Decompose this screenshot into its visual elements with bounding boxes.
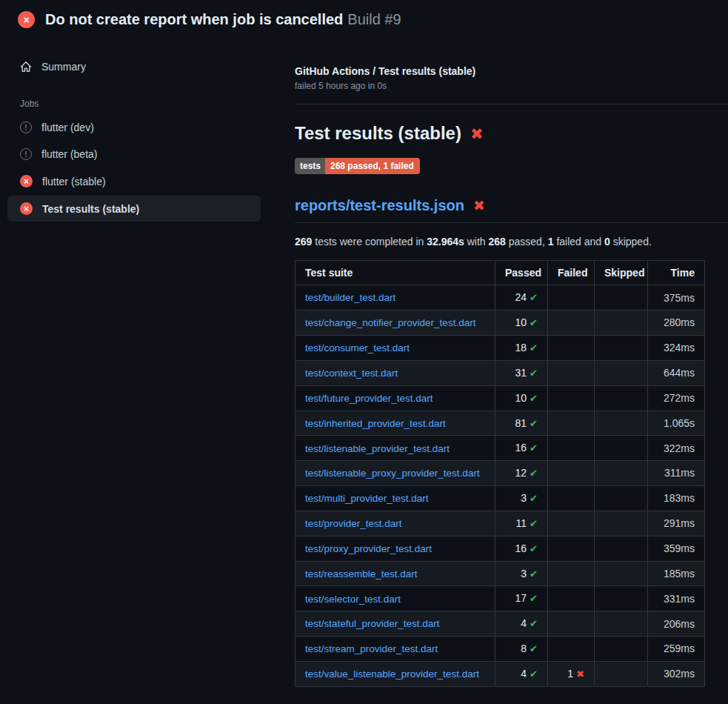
suite-link[interactable]: test/builder_test.dart — [305, 292, 395, 303]
suite-link[interactable]: test/listenable_proxy_provider_test.dart — [305, 468, 480, 479]
check-icon: ✔ — [530, 493, 538, 504]
time-cell: 359ms — [648, 536, 705, 561]
failed-cell — [548, 285, 595, 311]
failed-cell — [548, 335, 595, 360]
suite-link[interactable]: test/context_test.dart — [305, 368, 398, 379]
section-heading: Test results (stable) ✖ — [295, 123, 728, 144]
count-value: 4 — [521, 668, 527, 680]
time-cell: 322ms — [648, 436, 705, 461]
suite-cell: test/builder_test.dart — [295, 285, 495, 311]
suite-cell: test/provider_test.dart — [295, 511, 495, 536]
check-icon: ✔ — [530, 568, 538, 580]
summary-number: 268 — [489, 236, 506, 248]
passed-cell: 18✔ — [495, 335, 548, 360]
suite-link[interactable]: test/inherited_provider_test.dart — [305, 418, 446, 429]
passed-cell: 3✔ — [495, 561, 548, 586]
failed-x-circle-icon: × — [18, 11, 35, 28]
suite-link[interactable]: test/multi_provider_test.dart — [305, 493, 429, 504]
sidebar-item-flutter-beta-[interactable]: !flutter (beta) — [7, 142, 261, 167]
time-cell: 644ms — [648, 360, 705, 385]
home-icon — [20, 61, 32, 73]
page-title: Do not create report when job is cancell… — [45, 11, 343, 27]
suite-link[interactable]: test/stateful_provider_test.dart — [305, 618, 440, 629]
skipped-cell — [595, 385, 648, 411]
failed-cell — [548, 385, 595, 411]
passed-cell: 10✔ — [495, 311, 548, 336]
test-results-table: Test suite Passed Failed Skipped Time te… — [295, 260, 705, 687]
count-value: 3 — [521, 492, 527, 504]
skipped-cell — [595, 411, 648, 436]
col-skipped: Skipped — [595, 261, 648, 285]
check-icon: ✔ — [530, 643, 538, 654]
exclamation-circle-icon: ! — [20, 122, 32, 133]
passed-cell: 16✔ — [495, 436, 548, 461]
sidebar-item-flutter-dev-[interactable]: !flutter (dev) — [7, 115, 261, 140]
suite-cell: test/future_provider_test.dart — [295, 385, 495, 411]
suite-link[interactable]: test/change_notifier_provider_test.dart — [305, 317, 475, 328]
run-header-bar: × Do not create report when job is cance… — [0, 0, 728, 39]
failed-x-icon: ✖ — [473, 199, 485, 213]
suite-link[interactable]: test/proxy_provider_test.dart — [305, 543, 432, 554]
report-file-link[interactable]: reports/test-results.json — [295, 197, 464, 214]
suite-link[interactable]: test/provider_test.dart — [305, 518, 402, 529]
suite-link[interactable]: test/value_listenable_provider_test.dart — [305, 668, 479, 680]
check-icon: ✔ — [530, 442, 538, 454]
count-value: 1 — [567, 668, 573, 680]
suite-link[interactable]: test/stream_provider_test.dart — [305, 643, 438, 654]
suite-cell: test/value_listenable_provider_test.dart — [295, 661, 495, 686]
check-icon: ✔ — [530, 543, 538, 554]
failed-cell — [548, 586, 595, 611]
sidebar-summary-label: Summary — [41, 61, 86, 73]
x-circle-icon: × — [20, 175, 33, 187]
count-value: 8 — [521, 642, 527, 654]
table-row: test/future_provider_test.dart10✔272ms — [295, 385, 705, 411]
passed-cell: 4✔ — [495, 661, 548, 686]
check-icon: ✔ — [530, 317, 538, 328]
count-value: 31 — [515, 367, 527, 379]
table-row: test/inherited_provider_test.dart81✔1.06… — [295, 411, 705, 436]
suite-link[interactable]: test/listenable_provider_test.dart — [305, 443, 450, 454]
suite-cell: test/proxy_provider_test.dart — [295, 536, 495, 561]
time-cell: 183ms — [648, 486, 705, 511]
suite-link[interactable]: test/consumer_test.dart — [305, 342, 410, 353]
skipped-cell — [595, 637, 648, 662]
table-row: test/listenable_proxy_provider_test.dart… — [295, 461, 705, 486]
passed-cell: 12✔ — [495, 461, 548, 486]
check-icon: ✔ — [530, 393, 538, 404]
badge-label: tests — [295, 158, 325, 174]
sidebar: Summary Jobs !flutter (dev)!flutter (bet… — [0, 39, 295, 223]
tests-status-badge: tests 268 passed, 1 failed — [295, 158, 420, 174]
passed-cell: 17✔ — [495, 586, 548, 611]
suite-link[interactable]: test/future_provider_test.dart — [305, 393, 433, 404]
sidebar-item-test-results-stable-[interactable]: ×Test results (stable) — [7, 196, 261, 222]
time-cell: 324ms — [648, 335, 705, 360]
skipped-cell — [595, 360, 648, 385]
suite-cell: test/consumer_test.dart — [295, 335, 495, 360]
summary-text: tests were completed in — [312, 236, 427, 248]
failed-cell — [548, 436, 595, 461]
skipped-cell — [595, 311, 648, 336]
skipped-cell — [595, 436, 648, 461]
x-circle-icon: × — [20, 202, 33, 215]
failed-cell: 1✖ — [548, 661, 595, 686]
jobs-section-label: Jobs — [20, 99, 261, 109]
suite-link[interactable]: test/selector_test.dart — [305, 594, 401, 605]
suite-cell: test/inherited_provider_test.dart — [295, 411, 495, 436]
sidebar-item-summary[interactable]: Summary — [7, 55, 261, 79]
skipped-cell — [595, 461, 648, 486]
sidebar-item-label: flutter (dev) — [41, 122, 94, 133]
col-failed: Failed — [548, 261, 595, 285]
passed-cell: 4✔ — [495, 611, 548, 637]
time-cell: 206ms — [648, 611, 705, 637]
suite-cell: test/listenable_proxy_provider_test.dart — [295, 461, 495, 486]
table-row: test/reassemble_test.dart3✔185ms — [295, 561, 705, 586]
suite-link[interactable]: test/reassemble_test.dart — [305, 568, 418, 580]
summary-text: with — [464, 236, 489, 248]
check-icon: ✔ — [530, 292, 538, 303]
col-test-suite: Test suite — [295, 261, 495, 285]
passed-cell: 3✔ — [495, 486, 548, 511]
table-body: test/builder_test.dart24✔375mstest/chang… — [295, 285, 705, 687]
table-row: test/multi_provider_test.dart3✔183ms — [295, 486, 705, 511]
suite-cell: test/change_notifier_provider_test.dart — [295, 311, 495, 336]
sidebar-item-flutter-stable-[interactable]: ×flutter (stable) — [7, 168, 261, 194]
